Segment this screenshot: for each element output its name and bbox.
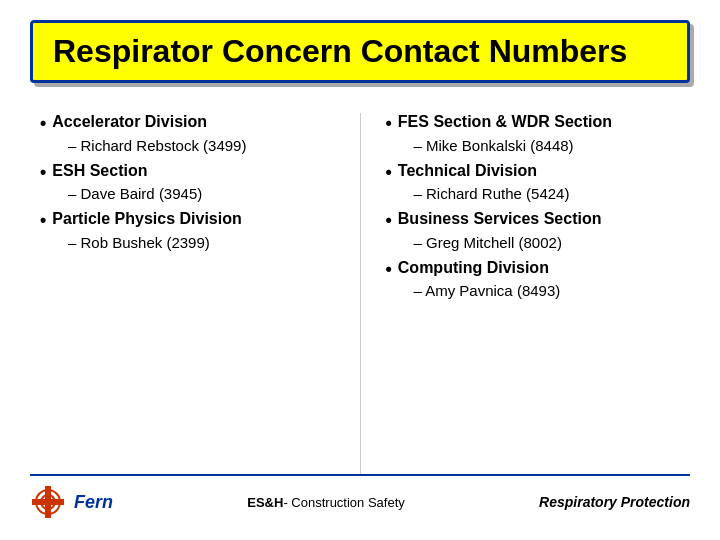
list-item: • Technical Division – Richard Ruthe (54… [386, 162, 681, 203]
footer-center: ES&H- Construction Safety [247, 495, 405, 510]
bullet-dot: • [40, 210, 46, 232]
footer-org-label: Fern [74, 492, 113, 513]
list-item: • Business Services Section – Greg Mitch… [386, 210, 681, 251]
item-label: Particle Physics Division [52, 210, 241, 228]
bullet-main: • Accelerator Division [40, 113, 335, 135]
item-label: Computing Division [398, 259, 549, 277]
slide: Respirator Concern Contact Numbers • Acc… [0, 0, 720, 540]
item-label: Technical Division [398, 162, 537, 180]
footer-right-label: Respiratory Protection [539, 494, 690, 510]
item-label: Accelerator Division [52, 113, 207, 131]
bullet-dot: • [40, 113, 46, 135]
item-label: Business Services Section [398, 210, 602, 228]
bullet-dot: • [40, 162, 46, 184]
bullet-sub: – Amy Pavnica (8493) [386, 282, 681, 299]
bullet-dot: • [386, 259, 392, 281]
bullet-dot: • [386, 113, 392, 135]
bullet-main: • Computing Division [386, 259, 681, 281]
item-label: ESH Section [52, 162, 147, 180]
bullet-dot: • [386, 210, 392, 232]
bullet-sub: – Richard Rebstock (3499) [40, 137, 335, 154]
bullet-sub: – Rob Bushek (2399) [40, 234, 335, 251]
bullet-sub: – Dave Baird (3945) [40, 185, 335, 202]
column-divider [360, 113, 361, 474]
bullet-main: • FES Section & WDR Section [386, 113, 681, 135]
bullet-main: • Business Services Section [386, 210, 681, 232]
bullet-dot: • [386, 162, 392, 184]
bullet-sub: – Richard Ruthe (5424) [386, 185, 681, 202]
list-item: • ESH Section – Dave Baird (3945) [40, 162, 335, 203]
title-box: Respirator Concern Contact Numbers [30, 20, 690, 83]
bullet-main: • Particle Physics Division [40, 210, 335, 232]
footer-center-sub: - Construction Safety [283, 495, 404, 510]
list-item: • Accelerator Division – Richard Rebstoc… [40, 113, 335, 154]
footer: Fern ES&H- Construction Safety Respirato… [30, 474, 690, 520]
list-item: • Computing Division – Amy Pavnica (8493… [386, 259, 681, 300]
item-label: FES Section & WDR Section [398, 113, 612, 131]
bullet-main: • ESH Section [40, 162, 335, 184]
bullet-main: • Technical Division [386, 162, 681, 184]
page-title: Respirator Concern Contact Numbers [53, 33, 627, 69]
footer-esh-label: ES&H [247, 495, 283, 510]
content-area: • Accelerator Division – Richard Rebstoc… [30, 113, 690, 474]
right-column: • FES Section & WDR Section – Mike Bonka… [376, 113, 691, 474]
bullet-sub: – Greg Mitchell (8002) [386, 234, 681, 251]
list-item: • FES Section & WDR Section – Mike Bonka… [386, 113, 681, 154]
bullet-sub: – Mike Bonkalski (8448) [386, 137, 681, 154]
footer-logo: Fern [30, 484, 113, 520]
list-item: • Particle Physics Division – Rob Bushek… [40, 210, 335, 251]
fermilab-logo-icon [30, 484, 66, 520]
left-column: • Accelerator Division – Richard Rebstoc… [30, 113, 345, 474]
